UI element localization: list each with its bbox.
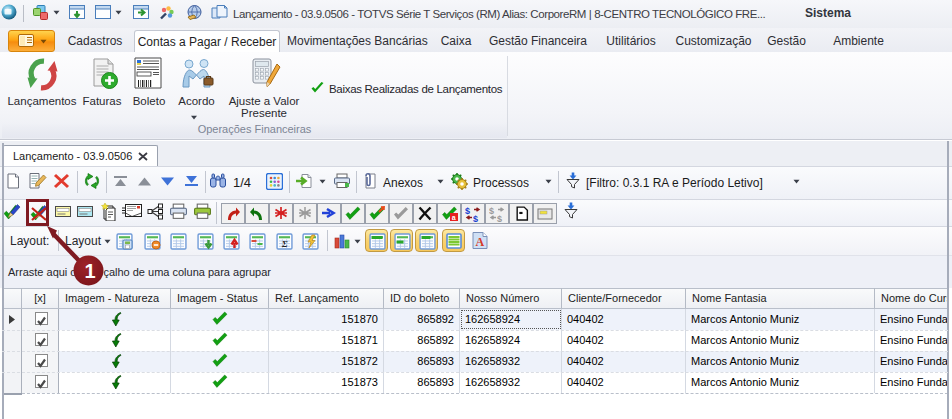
svg-text:A: A [476,235,485,249]
svg-text:a: a [452,214,456,221]
svg-text:1: 1 [85,260,96,282]
svg-text:Σ: Σ [281,239,288,249]
